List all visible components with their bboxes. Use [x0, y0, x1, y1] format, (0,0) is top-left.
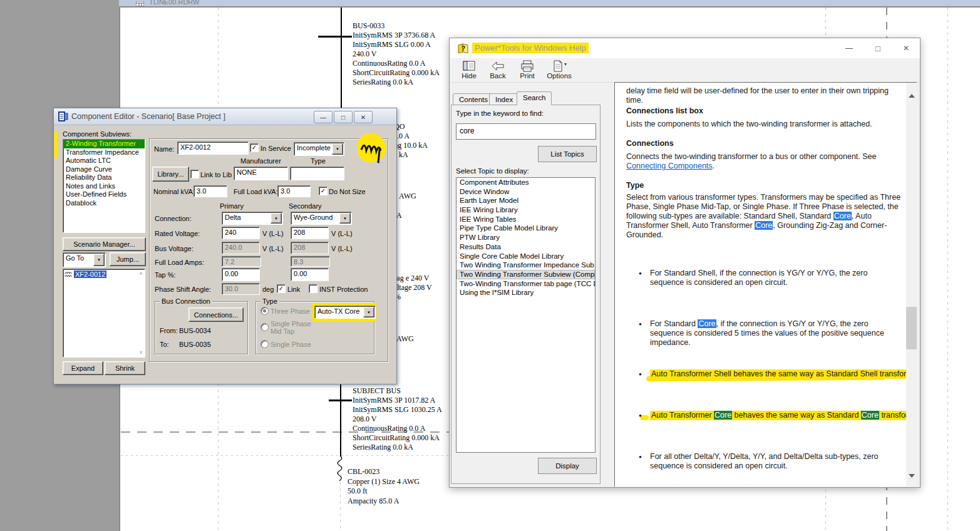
deg-label: deg — [262, 286, 274, 293]
subview-item[interactable]: Notes and Links — [63, 182, 145, 191]
topic-item[interactable]: Pipe Type Cable Model Library — [456, 224, 595, 233]
scrollbar-thumb[interactable] — [906, 307, 917, 349]
minimize-button[interactable]: — — [838, 41, 860, 56]
goto-dropdown[interactable]: Go To ▼ — [63, 252, 106, 267]
name-field[interactable]: XF2-0012 — [177, 142, 249, 155]
bus-top-annotation: BUS-0033InitSymRMS 3P 3736.68 A InitSymR… — [353, 21, 440, 87]
back-button[interactable]: Back — [486, 60, 510, 80]
scroll-down-button[interactable] — [909, 474, 915, 478]
bullet-icon: ● — [639, 452, 642, 461]
link-checkbox[interactable]: ✓ — [277, 284, 286, 293]
subview-item[interactable]: Transformer Impedance — [63, 148, 145, 157]
close-button[interactable]: ✕ — [354, 111, 373, 123]
topic-item[interactable]: Using the I*SIM Library — [456, 288, 595, 297]
component-editor-window: Component Editor - Scenario[ Base Projec… — [53, 108, 397, 384]
subview-item[interactable]: 2-Winding Transformer — [63, 140, 145, 148]
topic-item[interactable]: IEE Wiring Library — [456, 205, 595, 215]
connection-secondary-dropdown[interactable]: Wye-Ground ▼ — [291, 212, 352, 225]
connection-primary-dropdown[interactable]: Delta ▼ — [222, 212, 283, 225]
bus-line[interactable] — [340, 383, 341, 456]
single-phase-mid-tap-radio[interactable] — [260, 323, 269, 331]
tap-secondary-field[interactable]: 0.00 — [291, 268, 329, 281]
scroll-up-icon[interactable]: ∧ — [139, 271, 143, 276]
maximize-button[interactable]: □ — [334, 111, 353, 123]
inst-protection-checkbox[interactable] — [309, 284, 317, 293]
in-service-checkbox[interactable]: ✓ — [250, 143, 259, 152]
help-book-icon: ? — [457, 43, 469, 53]
manufacturer-label: Manufacturer — [240, 157, 281, 165]
device-list-item[interactable]: XF2-0012 — [64, 271, 106, 278]
type-field[interactable] — [290, 167, 344, 180]
topic-item[interactable]: Single Core Cable Model Library — [456, 252, 595, 261]
options-button[interactable]: ▾ Options — [544, 60, 575, 80]
topic-item-selected[interactable]: Two Winding Transformer Subview (Compo..… — [456, 270, 595, 279]
subview-item[interactable]: Automatic LTC — [63, 157, 145, 165]
topic-item[interactable]: Results Data — [456, 242, 595, 252]
hide-button[interactable]: Hide — [457, 60, 481, 80]
tap-primary-field[interactable]: 0.00 — [222, 268, 260, 281]
three-phase-radio[interactable] — [260, 307, 269, 315]
topic-item[interactable]: IEE Wiring Tables — [456, 215, 595, 224]
single-phase-radio[interactable] — [260, 340, 269, 348]
nominal-kva-field[interactable]: 3.0 — [193, 185, 227, 197]
subview-item[interactable]: User-Defined Fields — [63, 190, 145, 199]
connections-button[interactable]: Connections... — [188, 307, 244, 322]
link-label: Link — [287, 286, 300, 293]
rated-voltage-secondary-field[interactable]: 208 — [291, 227, 329, 239]
subview-item[interactable]: Datablock — [63, 199, 145, 208]
rated-voltage-primary-field[interactable]: 240 — [222, 227, 260, 239]
scrollbar[interactable] — [906, 83, 917, 487]
keyword-input[interactable]: core — [456, 123, 596, 140]
maximize-button[interactable]: □ — [867, 41, 889, 56]
close-button[interactable]: ✕ — [895, 41, 917, 56]
scroll-up-icon — [909, 94, 915, 98]
tab-search[interactable]: Search — [517, 91, 552, 105]
cable-symbol[interactable] — [334, 456, 346, 482]
drawing-window-titlebar[interactable]: TLINE00.RDRW — [119, 0, 980, 6]
dropdown-button[interactable]: ▼ — [271, 213, 282, 224]
scenario-manager-button[interactable]: Scenario Manager... — [63, 237, 146, 251]
scroll-up-button[interactable] — [909, 94, 915, 98]
tab-contents[interactable]: Contents — [453, 93, 494, 105]
expand-button[interactable]: Expand — [63, 361, 103, 375]
type-group-label: Type — [260, 297, 279, 305]
topic-item[interactable]: Component Attributes — [456, 178, 595, 187]
topic-item[interactable]: Two-Winding Transformer tab page (TCC D.… — [456, 279, 595, 289]
dropdown-button[interactable]: ▼ — [363, 307, 374, 317]
list-topics-button[interactable]: List Topics — [538, 146, 597, 162]
scroll-down-icon[interactable]: ∨ — [139, 350, 143, 355]
subview-item[interactable]: Reliability Data — [63, 173, 145, 182]
dropdown-button[interactable]: ▼ — [339, 213, 351, 224]
chevron-down-icon: ▼ — [274, 217, 278, 220]
three-phase-label: Three Phase — [271, 307, 310, 315]
transformer-type-dropdown[interactable]: Auto-TX Core ▼ — [314, 306, 376, 319]
print-button[interactable]: Print — [515, 60, 539, 80]
dropdown-button[interactable]: ▼ — [93, 254, 105, 266]
dropdown-button[interactable]: ▼ — [332, 143, 343, 155]
status-dropdown[interactable]: Incomplete ▼ — [294, 142, 344, 156]
library-button[interactable]: Library... — [152, 167, 189, 182]
component-editor-title: Component Editor - Scenario[ Base Projec… — [71, 112, 225, 121]
link-to-lib-checkbox[interactable] — [190, 170, 199, 178]
topic-item[interactable]: Two Winding Transformer Impedance Sub... — [456, 260, 595, 270]
do-not-size-checkbox[interactable]: ✓ — [319, 187, 328, 195]
jump-button[interactable]: Jump... — [110, 252, 146, 266]
bus-line[interactable] — [341, 8, 342, 108]
topic-item[interactable]: PTW Library — [456, 233, 595, 242]
full-load-kva-field[interactable]: 3.0 — [277, 185, 311, 197]
topic-item[interactable]: Earth Layer Model — [456, 196, 595, 205]
cable-annotation: CBL-0023Copper (1) Size 4 AWG 50.0 ftAmp… — [348, 467, 420, 506]
help-titlebar[interactable]: ? Power*Tools for Windows Help — □ ✕ — [450, 38, 920, 58]
connecting-components-link[interactable]: Connecting Components — [626, 162, 713, 170]
display-button[interactable]: Display — [538, 458, 597, 474]
topic-item[interactable]: Device Window — [456, 187, 595, 197]
paragraph-text: For Standard — [650, 319, 698, 328]
shrink-button[interactable]: Shrink — [105, 361, 145, 375]
component-editor-titlebar[interactable]: Component Editor - Scenario[ Base Projec… — [54, 108, 396, 125]
tab-index[interactable]: Index — [489, 93, 519, 105]
bus-voltage-primary-field: 240.0 — [222, 242, 260, 254]
manufacturer-field[interactable]: NONE — [234, 167, 288, 180]
phase-shift-label: Phase Shift Angle: — [155, 286, 211, 293]
minimize-button[interactable]: — — [314, 111, 333, 123]
subview-item[interactable]: Damage Curve — [63, 165, 145, 174]
